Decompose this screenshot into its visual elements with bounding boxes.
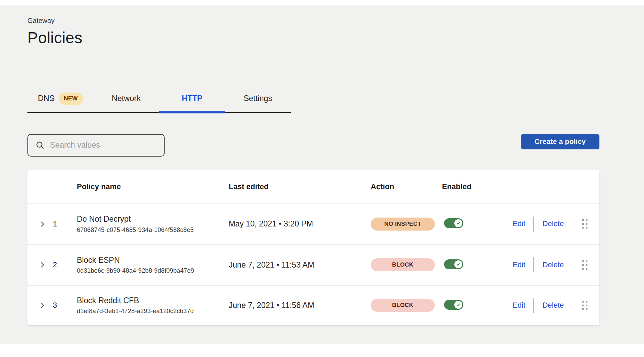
chevron-right-icon: [39, 221, 46, 227]
table-body: 1 Do Not Decrypt 67068745-c075-4685-934a…: [27, 204, 599, 325]
new-badge: NEW: [59, 93, 83, 105]
policy-name: Do Not Decrypt: [77, 214, 226, 224]
expand-row-button[interactable]: [38, 300, 47, 310]
breadcrumb-section: Gateway: [27, 16, 599, 25]
delete-link[interactable]: Delete: [542, 261, 564, 269]
tab-label: DNS: [38, 94, 55, 103]
action-divider: [533, 257, 534, 272]
policy-name: Block Reddit CFB: [77, 296, 226, 306]
policy-uuid: 67068745-c075-4685-934a-1064f588c8e5: [77, 226, 226, 234]
action-badge: BLOCK: [371, 299, 435, 312]
search-box[interactable]: [27, 134, 165, 157]
check-icon: [456, 262, 461, 267]
delete-link[interactable]: Delete: [542, 301, 564, 310]
enabled-toggle[interactable]: [444, 259, 463, 269]
policy-uuid: d1ef8a7d-3eb1-4728-a293-ea120c2cb37d: [77, 308, 226, 315]
action-divider: [533, 217, 534, 232]
search-icon: [36, 141, 45, 150]
last-edited-value: June 7, 2021 • 11:56 AM: [226, 301, 369, 310]
drag-handle-icon[interactable]: [582, 260, 587, 270]
table-header-row: Policy name Last edited Action Enabled: [27, 170, 599, 204]
chevron-right-icon: [39, 261, 46, 268]
toggle-knob: [454, 219, 462, 227]
tab-label: Network: [112, 94, 141, 103]
header-enabled: Enabled: [441, 182, 508, 191]
table-row: 1 Do Not Decrypt 67068745-c075-4685-934a…: [27, 204, 599, 244]
toggle-knob: [454, 301, 462, 309]
check-icon: [456, 303, 461, 307]
action-divider: [533, 298, 534, 313]
row-number: 1: [49, 220, 65, 229]
header-last-edited: Last edited: [226, 182, 369, 191]
last-edited-value: June 7, 2021 • 11:53 AM: [226, 260, 369, 270]
tab-http[interactable]: HTTP: [159, 85, 225, 112]
enabled-toggle[interactable]: [444, 300, 463, 310]
tab-dns[interactable]: DNS NEW: [27, 85, 93, 112]
toggle-knob: [454, 260, 462, 268]
tab-label: Settings: [243, 94, 272, 103]
policy-name: Block ESPN: [77, 256, 226, 265]
policy-uuid: 0d31be6c-9b90-48a4-92b8-9d8f09ba47e9: [77, 267, 226, 274]
edit-link[interactable]: Edit: [513, 261, 525, 269]
action-badge: NO INSPECT: [371, 218, 435, 231]
drag-handle-icon[interactable]: [582, 219, 587, 229]
expand-row-button[interactable]: [38, 219, 47, 229]
row-number: 3: [49, 301, 65, 310]
table-row: 2 Block ESPN 0d31be6c-9b90-48a4-92b8-9d8…: [27, 244, 599, 285]
toolbar: Create a policy: [27, 134, 599, 157]
enabled-toggle[interactable]: [444, 218, 463, 228]
tab-settings[interactable]: Settings: [225, 85, 291, 112]
tab-label: HTTP: [182, 94, 202, 103]
row-number: 2: [49, 260, 65, 269]
delete-link[interactable]: Delete: [542, 220, 564, 228]
tab-network[interactable]: Network: [93, 85, 159, 112]
search-input[interactable]: [49, 140, 164, 150]
action-badge: BLOCK: [371, 258, 435, 271]
check-icon: [456, 221, 461, 225]
last-edited-value: May 10, 2021 • 3:20 PM: [226, 219, 369, 229]
chevron-right-icon: [39, 302, 46, 309]
create-policy-button[interactable]: Create a policy: [521, 134, 599, 149]
table-row: 3 Block Reddit CFB d1ef8a7d-3eb1-4728-a2…: [27, 285, 599, 325]
header-action: Action: [369, 182, 441, 191]
edit-link[interactable]: Edit: [513, 220, 525, 228]
header-policy-name: Policy name: [65, 182, 226, 191]
drag-handle-icon[interactable]: [582, 301, 587, 310]
policies-table: Policy name Last edited Action Enabled 1…: [27, 170, 599, 325]
edit-link[interactable]: Edit: [513, 301, 525, 310]
tabs: DNS NEW Network HTTP Settings: [27, 85, 291, 113]
expand-row-button[interactable]: [38, 260, 47, 270]
page-title: Policies: [27, 29, 599, 47]
gateway-policies-page: Gateway Policies DNS NEW Network HTTP Se…: [0, 5, 644, 344]
